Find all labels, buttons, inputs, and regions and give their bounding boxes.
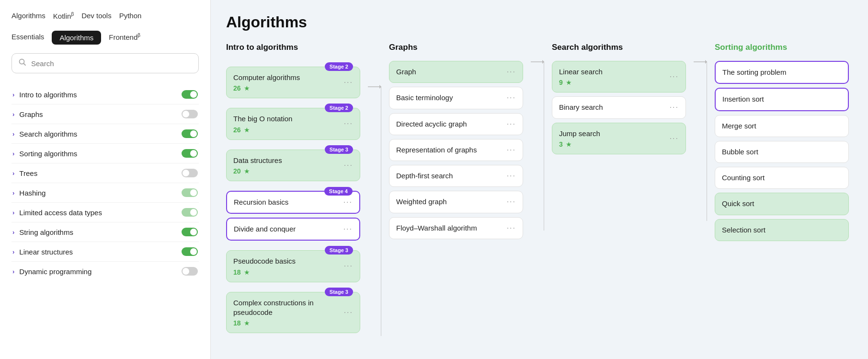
tab-kotlin[interactable]: Kotlinβ xyxy=(53,10,74,22)
card-title: Directed acyclic graph xyxy=(396,119,507,129)
sidebar-item-search-alg[interactable]: › Search algorithms xyxy=(11,124,199,144)
sidebar-item-trees[interactable]: › Trees xyxy=(11,163,199,183)
card-dag[interactable]: Directed acyclic graph ··· xyxy=(389,113,523,135)
toggle-trees[interactable] xyxy=(182,169,198,177)
cards-graphs: Graph ··· Basic terminology ··· xyxy=(389,61,523,239)
card-counting-sort[interactable]: Counting sort xyxy=(715,167,849,189)
toggle-string[interactable] xyxy=(182,228,198,236)
card-jump-search[interactable]: Jump search 3 ★ ··· xyxy=(552,123,686,154)
search-icon xyxy=(19,58,26,68)
card-complex[interactable]: Stage 3 Complex constructions in pseudoc… xyxy=(226,292,360,334)
column-search: Search algorithms Linear search 9 ★ ··· xyxy=(552,43,686,359)
card-title: Selection sort xyxy=(722,225,842,235)
dots-menu[interactable]: ··· xyxy=(507,172,516,180)
toggle-graphs[interactable] xyxy=(182,110,198,118)
toggle-hashing[interactable] xyxy=(182,188,198,197)
sidebar-item-intro[interactable]: › Intro to algorithms xyxy=(11,85,199,104)
connector-1-2 xyxy=(368,43,381,359)
dots-menu[interactable]: ··· xyxy=(507,93,516,102)
dots-menu[interactable]: ··· xyxy=(507,224,516,232)
dots-menu[interactable]: ··· xyxy=(343,225,353,233)
dots-menu[interactable]: ··· xyxy=(344,161,353,170)
card-selection-sort[interactable]: Selection sort xyxy=(715,219,849,241)
card-title: Binary search xyxy=(559,103,670,112)
column-sorting: Sorting algorithms The sorting problem I… xyxy=(715,43,849,359)
card-title: Recursion basics xyxy=(234,197,343,207)
card-graph[interactable]: Graph ··· xyxy=(389,61,523,83)
column-header-sorting: Sorting algorithms xyxy=(715,43,849,54)
card-dfs[interactable]: Depth-first search ··· xyxy=(389,165,523,187)
card-title: Weighted graph xyxy=(396,197,507,207)
tab-essentials[interactable]: Essentials xyxy=(11,31,44,45)
search-input[interactable] xyxy=(31,59,192,68)
card-merge-sort[interactable]: Merge sort xyxy=(715,115,849,137)
card-divide-conquer[interactable]: Divide and conquer ··· xyxy=(226,218,360,241)
sidebar-item-linear[interactable]: › Linear structures xyxy=(11,242,199,262)
card-pseudocode[interactable]: Stage 3 Pseudocode basics 18 ★ ··· xyxy=(226,250,360,282)
card-data-structures[interactable]: Stage 3 Data structures 20 ★ ··· xyxy=(226,150,360,181)
toggle-sorting[interactable] xyxy=(182,149,198,158)
card-title: Computer algorithms xyxy=(233,73,344,82)
card-weighted-graph[interactable]: Weighted graph ··· xyxy=(389,191,523,213)
connector-3-4 xyxy=(694,43,707,359)
sidebar-item-label: Graphs xyxy=(19,110,43,118)
dots-menu[interactable]: ··· xyxy=(507,146,516,154)
toggle-linear[interactable] xyxy=(182,247,198,256)
card-insertion-sort[interactable]: Insertion sort xyxy=(715,88,849,111)
dots-menu[interactable]: ··· xyxy=(344,308,353,317)
sidebar-item-string[interactable]: › String algorithms xyxy=(11,222,199,242)
dots-menu[interactable]: ··· xyxy=(344,78,353,87)
star-icon: ★ xyxy=(244,84,250,92)
card-floyd-warshall[interactable]: Floyd–Warshall algorithm ··· xyxy=(389,217,523,239)
card-sorting-problem[interactable]: The sorting problem xyxy=(715,61,849,84)
sidebar-item-label: Dynamic programming xyxy=(19,267,91,276)
card-count: 18 xyxy=(233,268,241,276)
dots-menu[interactable]: ··· xyxy=(344,119,353,128)
tab-frontend[interactable]: Frontendβ xyxy=(109,31,140,45)
stage-badge: Stage 3 xyxy=(325,246,353,255)
sidebar-item-sorting[interactable]: › Sorting algorithms xyxy=(11,144,199,163)
tab-devtools[interactable]: Dev tools xyxy=(81,10,112,22)
sidebar-item-hashing[interactable]: › Hashing xyxy=(11,183,199,203)
card-big-o[interactable]: Stage 2 The big O notation 26 ★ ··· xyxy=(226,108,360,139)
card-binary-search[interactable]: Binary search ··· xyxy=(552,96,686,118)
dots-menu[interactable]: ··· xyxy=(670,72,679,81)
tab-python[interactable]: Python xyxy=(119,10,142,22)
dots-menu[interactable]: ··· xyxy=(507,120,516,128)
toggle-search-alg[interactable] xyxy=(182,129,198,138)
card-title: Floyd–Warshall algorithm xyxy=(396,223,507,233)
chevron-icon: › xyxy=(12,91,14,98)
chevron-icon: › xyxy=(12,209,14,216)
sidebar-item-graphs[interactable]: › Graphs xyxy=(11,104,199,124)
toggle-intro[interactable] xyxy=(182,90,198,99)
card-recursion[interactable]: Stage 4 Recursion basics ··· xyxy=(226,191,360,214)
card-title: Counting sort xyxy=(722,173,842,183)
dots-menu[interactable]: ··· xyxy=(344,262,353,270)
columns-area: Intro to algorithms Stage 2 Computer alg… xyxy=(226,43,853,359)
tab-java[interactable]: Algorithms xyxy=(11,10,46,22)
dots-menu[interactable]: ··· xyxy=(670,103,679,112)
sidebar-item-label: Hashing xyxy=(19,189,46,197)
dots-menu[interactable]: ··· xyxy=(670,134,679,143)
card-bubble-sort[interactable]: Bubble sort xyxy=(715,141,849,163)
card-linear-search[interactable]: Linear search 9 ★ ··· xyxy=(552,61,686,93)
dots-menu[interactable]: ··· xyxy=(507,197,516,206)
sidebar-item-dynamic[interactable]: › Dynamic programming xyxy=(11,262,199,281)
dots-menu[interactable]: ··· xyxy=(343,198,353,207)
card-quick-sort[interactable]: Quick sort xyxy=(715,193,849,215)
card-basic-terminology[interactable]: Basic terminology ··· xyxy=(389,87,523,109)
dots-menu[interactable]: ··· xyxy=(507,68,516,76)
card-count: 9 xyxy=(559,79,563,86)
card-computer-algorithms[interactable]: Stage 2 Computer algorithms 26 ★ ··· xyxy=(226,67,360,98)
sidebar-item-limited[interactable]: › Limited access data types xyxy=(11,203,199,222)
card-representation[interactable]: Representation of graphs ··· xyxy=(389,139,523,161)
tab-algorithms[interactable]: Algorithms xyxy=(52,31,101,45)
stage-badge: Stage 2 xyxy=(325,62,353,71)
card-title: Linear search xyxy=(559,67,670,77)
card-title: Merge sort xyxy=(722,121,842,131)
card-count: 18 xyxy=(233,319,241,327)
star-icon: ★ xyxy=(244,319,250,327)
search-box[interactable] xyxy=(11,53,199,73)
toggle-limited[interactable] xyxy=(182,208,198,217)
toggle-dynamic[interactable] xyxy=(182,267,198,276)
